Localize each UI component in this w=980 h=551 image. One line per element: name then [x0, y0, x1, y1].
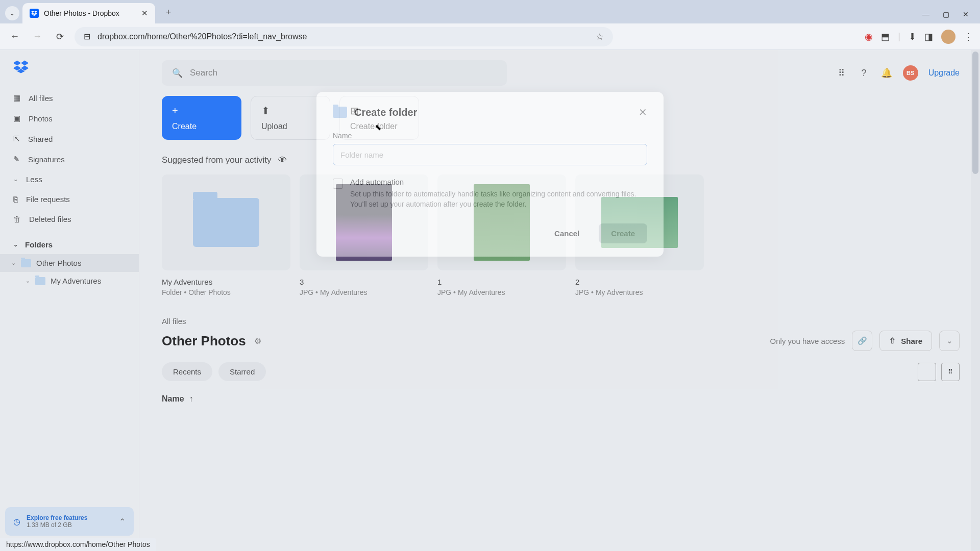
sidebar-label: File requests [26, 195, 70, 204]
folder-icon [21, 259, 31, 267]
suggested-card[interactable]: 3JPG • My Adventures [300, 174, 428, 296]
page-title: Other Photos [162, 333, 246, 349]
folder-tree-item[interactable]: ⌄My Adventures [0, 272, 139, 290]
storage-promo[interactable]: ◷ Explore free features 1.33 MB of 2 GB … [5, 507, 134, 536]
dropbox-logo[interactable] [0, 60, 139, 88]
pen-icon: ✎ [13, 155, 20, 164]
suggested-card[interactable]: 1JPG • My Adventures [437, 174, 566, 296]
sidebar-item-file-requests[interactable]: ⎘File requests [0, 189, 139, 209]
notifications-icon[interactable]: 🔔 [880, 67, 893, 79]
photo-thumbnail [336, 184, 392, 261]
sidebar-item-deleted[interactable]: 🗑Deleted files [0, 209, 139, 229]
sidebar-item-shared[interactable]: ⇱Shared [0, 129, 139, 149]
create-button[interactable]: +Create [162, 96, 241, 140]
access-label: Only you have access [770, 337, 845, 345]
suggested-card[interactable]: My AdventuresFolder • Other Photos [162, 174, 290, 296]
clock-icon: ◷ [13, 517, 20, 527]
suggested-card[interactable]: 2JPG • My Adventures [575, 174, 704, 296]
copy-link-button[interactable]: 🔗 [852, 331, 872, 351]
folder-plus-icon: ⊞ [350, 105, 408, 117]
folders-header[interactable]: ⌄Folders [0, 233, 139, 254]
chevron-down-icon[interactable]: ⌄ [11, 260, 16, 266]
forward-button[interactable]: → [30, 29, 45, 44]
reload-button[interactable]: ⟳ [52, 29, 67, 44]
close-window-button[interactable]: ✕ [963, 10, 969, 18]
sidebar-label: Less [26, 175, 42, 184]
cursor-icon: ⬉ [375, 122, 381, 132]
sidebar-item-signatures[interactable]: ✎Signatures [0, 149, 139, 169]
breadcrumb[interactable]: All files [162, 317, 960, 325]
bookmark-icon[interactable]: ☆ [596, 31, 604, 42]
plus-icon: + [172, 105, 231, 117]
downloads-icon[interactable]: ⬇ [909, 31, 916, 42]
chevron-up-icon[interactable]: ⌃ [119, 517, 126, 527]
share-icon: ⇱ [13, 134, 20, 143]
tab-title: Other Photos - Dropbox [44, 9, 136, 17]
gear-icon[interactable]: ⚙ [254, 336, 261, 346]
share-icon: ⇧ [889, 336, 896, 345]
sort-asc-icon: ↑ [189, 394, 193, 404]
list-view-button[interactable] [918, 363, 936, 381]
sidepanel-icon[interactable]: ◨ [924, 31, 933, 42]
create-folder-button[interactable]: ⊞Create folder [339, 96, 419, 140]
search-placeholder: Search [190, 68, 217, 78]
folder-tree-item[interactable]: ⌄Other Photos [0, 254, 139, 272]
search-input[interactable]: 🔍 Search [162, 60, 507, 86]
account-avatar[interactable]: BS [903, 65, 918, 81]
promo-storage: 1.33 MB of 2 GB [27, 521, 87, 529]
column-header-name[interactable]: Name ↑ [162, 394, 960, 408]
sidebar-item-all-files[interactable]: ▦All files [0, 88, 139, 108]
share-menu-button[interactable]: ⌄ [939, 331, 960, 351]
search-icon: 🔍 [172, 68, 183, 79]
apps-icon[interactable]: ⠿ [836, 67, 848, 79]
profile-avatar[interactable] [941, 30, 955, 44]
extensions-menu-icon[interactable]: ⬒ [881, 31, 890, 42]
folder-label: My Adventures [51, 277, 101, 285]
link-icon: 🔗 [857, 336, 867, 345]
filter-starred[interactable]: Starred [218, 362, 266, 381]
photo-thumbnail [601, 197, 678, 248]
extension-icon[interactable]: ◉ [865, 31, 873, 42]
upgrade-link[interactable]: Upgrade [928, 68, 960, 78]
upload-button[interactable]: ⬆Upload [251, 96, 330, 140]
scrollbar[interactable] [971, 50, 980, 551]
file-icon: ⎘ [13, 195, 18, 204]
sidebar-label: All files [29, 94, 53, 103]
filter-recents[interactable]: Recents [162, 362, 212, 381]
scroll-thumb[interactable] [972, 52, 978, 174]
browser-menu-icon[interactable]: ⋮ [964, 31, 973, 42]
help-icon[interactable]: ? [858, 67, 870, 79]
sidebar-item-photos[interactable]: ▣Photos [0, 108, 139, 129]
browser-tab-strip: ⌄ Other Photos - Dropbox ✕ + ― ▢ ✕ [0, 0, 980, 23]
tab-close-icon[interactable]: ✕ [141, 9, 148, 18]
folder-thumbnail [193, 198, 259, 247]
eye-icon[interactable]: 👁 [278, 155, 287, 165]
minimize-button[interactable]: ― [922, 10, 929, 18]
share-button[interactable]: ⇧Share [879, 331, 932, 351]
chevron-right-icon[interactable]: ⌄ [26, 278, 30, 284]
promo-title: Explore free features [27, 514, 87, 521]
address-bar[interactable]: ⊟ dropbox.com/home/Other%20Photos?di=lef… [75, 27, 613, 46]
upload-icon: ⬆ [261, 105, 320, 117]
suggested-header: Suggested from your activity 👁 [162, 155, 960, 165]
status-bar: https://www.dropbox.com/home/Other Photo… [0, 538, 156, 551]
sidebar-item-less[interactable]: ⌄Less [0, 169, 139, 189]
maximize-button[interactable]: ▢ [943, 10, 949, 18]
url-text: dropbox.com/home/Other%20Photos?di=left_… [97, 32, 307, 41]
main-content: 🔍 Search ⠿ ? 🔔 BS Upgrade +Create ⬆Uploa… [139, 50, 980, 551]
new-tab-button[interactable]: + [159, 3, 178, 21]
trash-icon: 🗑 [13, 215, 21, 223]
image-icon: ▣ [13, 114, 20, 123]
site-settings-icon[interactable]: ⊟ [84, 32, 90, 41]
sidebar-label: Deleted files [29, 215, 71, 223]
sidebar-label: Photos [29, 114, 53, 123]
back-button[interactable]: ← [7, 29, 22, 44]
sidebar-label: Signatures [28, 155, 65, 164]
sidebar: ▦All files ▣Photos ⇱Shared ✎Signatures ⌄… [0, 50, 139, 551]
sidebar-label: Shared [28, 135, 53, 143]
tab-search-button[interactable]: ⌄ [5, 6, 19, 20]
chevron-down-icon: ⌄ [13, 241, 18, 248]
browser-tab[interactable]: Other Photos - Dropbox ✕ [22, 3, 155, 23]
grid-view-button[interactable]: ⠿ [941, 363, 960, 381]
photo-thumbnail [474, 184, 530, 261]
